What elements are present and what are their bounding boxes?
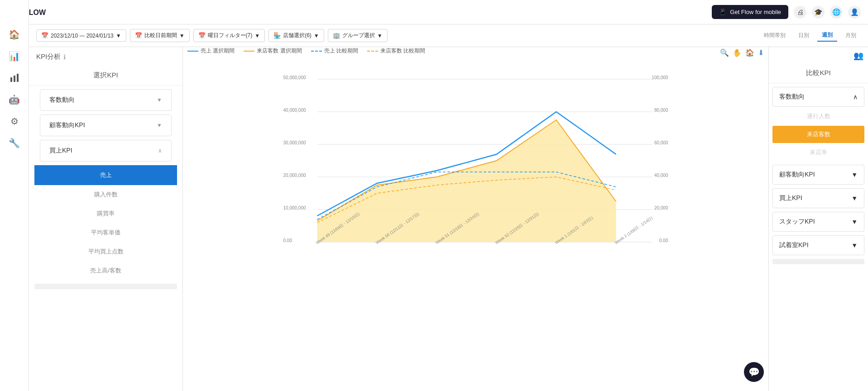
store-select-button[interactable]: 🏪 店舗選択(6) ▼	[269, 29, 324, 42]
svg-rect-4	[10, 77, 12, 82]
right-kpi-staff-label: スタッフKPI	[779, 218, 815, 226]
mobile-button-label: Get Flow for mobile	[730, 9, 781, 15]
legend-raitenkyaku-selected-line	[244, 51, 254, 52]
kpi-section-kokyaku-header[interactable]: 顧客動向KPI ▼	[40, 114, 172, 136]
svg-text:60,000: 60,000	[654, 140, 668, 145]
sidebar-item-robot[interactable]: 🤖	[4, 90, 25, 110]
download-icon[interactable]: ⬇	[758, 48, 764, 57]
compare-calendar-icon: 📅	[135, 32, 142, 39]
left-panel-scrollbar[interactable]	[34, 284, 177, 289]
right-kpi-header-fitting[interactable]: 試着室KPI ▼	[772, 235, 864, 255]
monthly-period-button[interactable]: 月別	[841, 30, 861, 41]
svg-text:Week 2 (1/08日 - 1/14日): Week 2 (1/08日 - 1/14日)	[614, 215, 654, 245]
kpi-item-purchase-rate[interactable]: 購買率	[34, 204, 177, 223]
sidebar-item-tools[interactable]: 🔧	[4, 133, 25, 153]
right-kpi-kokyaku-chevron: ▼	[851, 171, 858, 178]
date-range-label: 2023/12/10 — 2024/01/13	[51, 33, 114, 39]
mobile-button[interactable]: 📱 Get Flow for mobile	[712, 5, 788, 19]
chat-button[interactable]: 💬	[744, 362, 764, 382]
store-label: 店舗選択(6)	[283, 32, 312, 39]
right-panel: 👥 比較KPI 客数動向 ∧ 通行人数 来店客数 来店率 顧客動向KPI ▼ 買…	[768, 47, 868, 391]
right-kpi-item-raitenritsu[interactable]: 来店率	[772, 144, 864, 161]
legend-uriage-compare-label: 売上 比較期間	[324, 47, 358, 55]
kpi-item-avg-spend[interactable]: 平均客単価	[34, 223, 177, 242]
legend-raitenkyaku-compare-label: 来店客数 比較期間	[380, 47, 425, 55]
kpi-item-avg-items[interactable]: 平均買上点数	[34, 242, 177, 261]
svg-text:40,000: 40,000	[654, 173, 668, 178]
day-filter-calendar-icon: 📅	[198, 32, 206, 39]
sidebar-item-chart[interactable]: 📊	[4, 46, 25, 66]
kpi-section-kokyaku: 顧客動向KPI ▼	[34, 114, 177, 136]
svg-text:10,000,000: 10,000,000	[283, 205, 306, 210]
kpi-section-kaiage-label: 買上KPI	[49, 147, 72, 155]
user-icon[interactable]: 👤	[848, 6, 861, 19]
right-kpi-header-kyakusu[interactable]: 客数動向 ∧	[772, 87, 864, 107]
hand-icon[interactable]: ✋	[733, 48, 742, 57]
svg-text:100,000: 100,000	[652, 75, 668, 80]
right-kpi-fitting-chevron: ▼	[851, 242, 858, 249]
calendar-icon: 📅	[41, 32, 48, 39]
comparison-button[interactable]: 📅 比較日前期間 ▼	[130, 29, 190, 42]
store-icon: 🏪	[273, 32, 281, 39]
main: KPI分析 ℹ 選択KPI 客数動向 ▼ 顧客動向KPI ▼ 買上KPI ∧ 売…	[29, 47, 868, 391]
weekly-period-button[interactable]: 週別	[817, 29, 837, 42]
right-kpi-section-kokyaku: 顧客動向KPI ▼	[772, 165, 864, 185]
right-kpi-section-kaiage: 買上KPI ▼	[772, 188, 864, 208]
group-icon: 🏢	[333, 32, 340, 39]
group-label: グループ選択	[342, 32, 375, 39]
right-kpi-fitting-label: 試着室KPI	[779, 241, 809, 249]
kpi-item-purchase-count[interactable]: 購入件数	[34, 185, 177, 204]
right-kpi-header-kaiage[interactable]: 買上KPI ▼	[772, 188, 864, 208]
svg-text:0.00: 0.00	[659, 238, 668, 243]
legend-uriage-selected-label: 売上 選択期間	[201, 47, 235, 55]
kyakusu-chevron-icon: ▼	[157, 97, 162, 103]
svg-text:0.00: 0.00	[283, 238, 293, 243]
main-chart: 0.00 10,000,000 20,000,000 30,000,000 40…	[192, 66, 759, 256]
date-range-button[interactable]: 📅 2023/12/10 — 2024/01/13 ▼	[36, 29, 126, 42]
globe-icon[interactable]: 🌐	[830, 6, 843, 19]
printer-icon[interactable]: 🖨	[794, 6, 806, 19]
svg-text:40,000,000: 40,000,000	[283, 108, 306, 113]
sidebar: 🏠 📊 🤖 ⚙ 🔧	[0, 0, 29, 391]
legend-uriage-compare-line	[311, 51, 322, 52]
kpi-section-kyakusu-header[interactable]: 客数動向 ▼	[40, 89, 172, 111]
people-icon[interactable]: 👥	[854, 51, 863, 61]
graduation-icon[interactable]: 🎓	[812, 6, 825, 19]
sidebar-item-home[interactable]: 🏠	[4, 24, 25, 44]
right-kpi-staff-chevron: ▼	[851, 218, 858, 225]
right-kpi-kaiage-label: 買上KPI	[779, 194, 802, 202]
daily-period-button[interactable]: 日別	[794, 30, 814, 41]
svg-rect-6	[17, 74, 19, 82]
kpi-section-kaiage-header[interactable]: 買上KPI ∧	[40, 140, 172, 162]
home-chart-icon[interactable]: 🏠	[745, 48, 754, 57]
legend-uriage-selected: 売上 選択期間	[187, 47, 235, 55]
right-panel-scrollbar[interactable]	[772, 259, 864, 264]
toolbar: 📅 2023/12/10 — 2024/01/13 ▼ 📅 比較日前期間 ▼ 📅…	[29, 24, 868, 47]
right-kpi-kokyaku-label: 顧客動向KPI	[779, 171, 815, 179]
right-kpi-item-raitenkyaku[interactable]: 来店客数	[772, 126, 864, 143]
svg-text:80,000: 80,000	[654, 108, 668, 113]
info-icon[interactable]: ℹ	[63, 53, 66, 61]
kpi-item-uriage[interactable]: 売上	[34, 165, 177, 185]
legend-raitenkyaku-compare-line	[367, 51, 378, 52]
mobile-icon: 📱	[719, 9, 726, 15]
legend-raitenkyaku-compare: 来店客数 比較期間	[367, 47, 425, 55]
kokyaku-chevron-icon: ▼	[157, 122, 162, 129]
zoom-icon[interactable]: 🔍	[720, 48, 729, 57]
right-kpi-header-staff[interactable]: スタッフKPI ▼	[772, 212, 864, 232]
hourly-period-button[interactable]: 時間帯別	[759, 30, 790, 41]
right-kpi-header-kokyaku[interactable]: 顧客動向KPI ▼	[772, 165, 864, 185]
legend-uriage-selected-line	[187, 51, 198, 52]
right-kpi-section-fitting: 試着室KPI ▼	[772, 235, 864, 255]
sidebar-item-kpi[interactable]	[4, 68, 25, 88]
day-filter-button[interactable]: 📅 曜日フィルター(7) ▼	[193, 29, 265, 42]
comparison-chevron: ▼	[179, 33, 185, 39]
comparison-label: 比較日前期間	[144, 32, 177, 39]
center-panel: 売上 選択期間 来店客数 選択期間 売上 比較期間 来店客数 比較期間 🔍 ✋	[183, 47, 768, 391]
group-select-button[interactable]: 🏢 グループ選択 ▼	[328, 29, 388, 42]
legend-uriage-compare: 売上 比較期間	[311, 47, 358, 55]
right-kpi-item-tsukoninzu[interactable]: 通行人数	[772, 108, 864, 125]
sidebar-item-settings[interactable]: ⚙	[4, 111, 25, 131]
right-header-icons: 👥	[769, 47, 868, 61]
kpi-item-sales-per-visitor[interactable]: 売上高/客数	[34, 261, 177, 280]
